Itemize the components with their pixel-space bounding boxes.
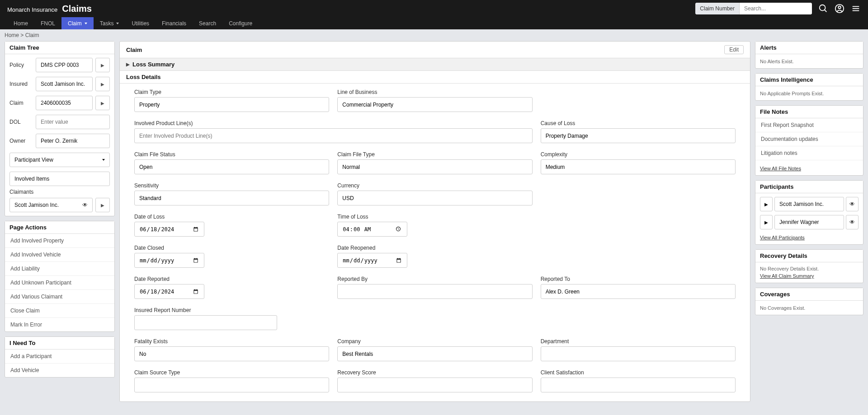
cause-group: Cause of Loss bbox=[541, 120, 736, 143]
company-input[interactable] bbox=[337, 346, 532, 361]
breadcrumb-current[interactable]: Claim bbox=[25, 32, 39, 38]
tol-input[interactable] bbox=[337, 222, 407, 237]
nav-tasks[interactable]: Tasks bbox=[94, 17, 126, 29]
reported-by-group: Reported By bbox=[337, 276, 532, 299]
view-select[interactable]: Participant View bbox=[9, 153, 110, 167]
involved-items-field[interactable]: Involved Items bbox=[9, 172, 110, 186]
product-lines-input[interactable] bbox=[134, 128, 533, 143]
participant-2[interactable]: Jennifer Wagner bbox=[774, 215, 844, 229]
file-note-2[interactable]: Documentation updates bbox=[755, 132, 863, 146]
nav-claim[interactable]: Claim bbox=[61, 17, 94, 29]
coverages-title: Coverages bbox=[755, 288, 863, 301]
nav-search[interactable]: Search bbox=[193, 17, 222, 29]
action-close-claim[interactable]: Close Claim bbox=[5, 304, 114, 318]
breadcrumb-home[interactable]: Home bbox=[5, 32, 19, 38]
claimant-goto-button[interactable]: ▶ bbox=[95, 198, 110, 212]
file-type-input[interactable] bbox=[337, 159, 532, 174]
search-label: Claim Number bbox=[695, 3, 740, 14]
action-mark-in-error[interactable]: Mark In Error bbox=[5, 318, 114, 331]
chevron-down-icon bbox=[85, 23, 87, 24]
currency-group: Currency bbox=[337, 182, 532, 205]
search-icon[interactable] bbox=[818, 4, 828, 14]
view-all-file-notes[interactable]: View All File Notes bbox=[760, 166, 801, 171]
action-add-involved-property[interactable]: Add Involved Property bbox=[5, 234, 114, 248]
tol-group: Time of Loss bbox=[337, 214, 407, 237]
edit-button[interactable]: Edit bbox=[724, 45, 744, 54]
participant-view-1[interactable]: 👁 bbox=[846, 197, 859, 211]
participant-goto-2[interactable]: ▶ bbox=[760, 215, 773, 229]
claim-tree-panel: Claim Tree Policy DMS CPP 0003 ▶ Insured… bbox=[5, 41, 115, 216]
company-group: Company bbox=[337, 338, 532, 361]
dol-input[interactable] bbox=[36, 115, 110, 129]
insured-field[interactable]: Scott Jamison Inc. bbox=[36, 77, 93, 91]
participant-1[interactable]: Scott Jamison Inc. bbox=[774, 197, 844, 211]
file-notes-panel: File Notes First Report Snapshot Documen… bbox=[755, 105, 863, 176]
page-actions-panel: Page Actions Add Involved Property Add I… bbox=[5, 221, 115, 332]
search-input[interactable] bbox=[740, 3, 812, 14]
dol-input[interactable] bbox=[134, 222, 204, 237]
recovery-panel: Recovery Details No Recovery Details Exi… bbox=[755, 249, 863, 283]
complexity-group: Complexity bbox=[541, 151, 736, 174]
date-reopened-input[interactable] bbox=[337, 253, 407, 268]
insured-report-num-input[interactable] bbox=[134, 315, 277, 330]
satisfaction-input[interactable] bbox=[541, 378, 736, 392]
claim-type-input[interactable] bbox=[134, 97, 329, 112]
nav-configure[interactable]: Configure bbox=[222, 17, 259, 29]
dol-label: DOL bbox=[9, 119, 33, 125]
svg-point-0 bbox=[820, 5, 826, 11]
view-all-claim-summary[interactable]: View All Claim Summary bbox=[760, 273, 814, 279]
recovery-score-input[interactable] bbox=[337, 378, 532, 392]
user-icon[interactable] bbox=[835, 4, 844, 14]
nav-home[interactable]: Home bbox=[7, 17, 34, 29]
need-add-participant[interactable]: Add a Participant bbox=[5, 350, 114, 364]
claim-goto-button[interactable]: ▶ bbox=[95, 96, 110, 110]
menu-icon[interactable] bbox=[851, 4, 861, 14]
claim-field[interactable]: 2406000035 bbox=[36, 96, 93, 110]
complexity-input[interactable] bbox=[541, 159, 736, 174]
action-add-liability[interactable]: Add Liability bbox=[5, 262, 114, 276]
need-add-vehicle[interactable]: Add Vehicle bbox=[5, 364, 114, 377]
fatality-group: Fatality Exists bbox=[134, 338, 329, 361]
file-note-3[interactable]: Litigation notes bbox=[755, 146, 863, 160]
loss-details-header: Loss Details bbox=[120, 71, 750, 84]
sensitivity-input[interactable] bbox=[134, 191, 329, 205]
policy-goto-button[interactable]: ▶ bbox=[95, 58, 110, 72]
recovery-title: Recovery Details bbox=[755, 250, 863, 262]
currency-input[interactable] bbox=[337, 191, 532, 205]
action-add-involved-vehicle[interactable]: Add Involved Vehicle bbox=[5, 248, 114, 262]
owner-field[interactable]: Peter O. Zernik bbox=[36, 134, 110, 148]
action-add-various-claimant[interactable]: Add Various Claimant bbox=[5, 290, 114, 304]
satisfaction-group: Client Satisfaction bbox=[541, 369, 736, 392]
department-input[interactable] bbox=[541, 346, 736, 361]
view-all-participants[interactable]: View All Participants bbox=[760, 235, 805, 240]
chevron-down-icon bbox=[102, 159, 105, 161]
fatality-input[interactable] bbox=[134, 346, 329, 361]
file-status-input[interactable] bbox=[134, 159, 329, 174]
nav-utilities[interactable]: Utilities bbox=[125, 17, 156, 29]
source-type-input[interactable] bbox=[134, 378, 329, 392]
date-closed-input[interactable] bbox=[134, 253, 204, 268]
nav-fnol[interactable]: FNOL bbox=[34, 17, 61, 29]
lob-input[interactable] bbox=[337, 97, 532, 112]
claimant-field[interactable]: Scott Jamison Inc. 👁 bbox=[9, 198, 93, 212]
product-lines-group: Involved Product Line(s) bbox=[134, 120, 533, 143]
action-add-unknown-participant[interactable]: Add Unknown Participant bbox=[5, 276, 114, 290]
binoculars-icon: 👁 bbox=[849, 219, 855, 225]
loss-summary-header[interactable]: ▶ Loss Summary bbox=[120, 58, 750, 71]
reported-by-input[interactable] bbox=[337, 284, 532, 299]
cause-input[interactable] bbox=[541, 128, 736, 143]
file-note-1[interactable]: First Report Snapshot bbox=[755, 118, 863, 132]
nav-financials[interactable]: Financials bbox=[156, 17, 193, 29]
claim-tree-title: Claim Tree bbox=[5, 42, 114, 54]
participant-goto-1[interactable]: ▶ bbox=[760, 197, 773, 211]
insured-goto-button[interactable]: ▶ bbox=[95, 77, 110, 91]
date-closed-group: Date Closed bbox=[134, 245, 204, 268]
date-reported-input[interactable] bbox=[134, 284, 204, 299]
reported-to-input[interactable] bbox=[541, 284, 736, 299]
claim-label: Claim bbox=[9, 100, 33, 106]
alerts-panel: Alerts No Alerts Exist. bbox=[755, 41, 863, 69]
policy-field[interactable]: DMS CPP 0003 bbox=[36, 58, 93, 72]
lob-group: Line of Business bbox=[337, 89, 532, 112]
binoculars-icon[interactable]: 👁 bbox=[82, 202, 88, 208]
participant-view-2[interactable]: 👁 bbox=[846, 215, 859, 229]
